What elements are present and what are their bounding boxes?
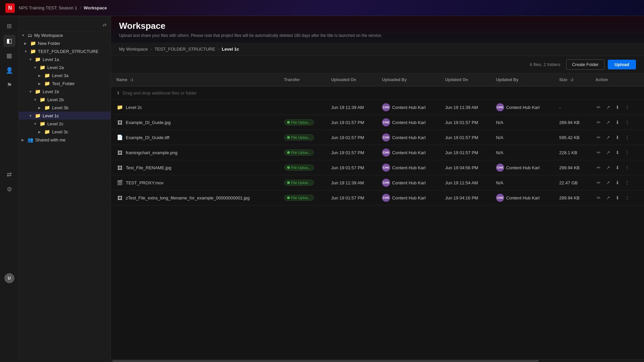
sidebar-item-level3b[interactable]: ▶ 📁 Level 3b xyxy=(19,104,111,112)
user-avatar: CHK xyxy=(496,194,504,202)
sidebar-item-test-folder-structure[interactable]: ▼ 📁 TEST_FOLDER_STRUCTURE xyxy=(19,47,111,55)
download-button[interactable]: ⬇ xyxy=(614,179,621,186)
bc-season[interactable]: NPS Training TEST: Season 1 xyxy=(19,5,77,10)
table-header-row: Name ↕1 Transfer Uploaded On Uploaded By… xyxy=(111,73,644,86)
download-button[interactable]: ⬇ xyxy=(614,164,621,171)
sidebar-item-shared[interactable]: ▶ 👥 Shared with me xyxy=(19,136,111,144)
cell-transfer-ztest: File Uploa... xyxy=(279,190,326,205)
sidebar-item-level2c[interactable]: ▼ 📁 Level 2c xyxy=(19,120,111,128)
level2b-label: Level 2b xyxy=(47,97,64,102)
cell-name-example-di-tiff[interactable]: 📄 Example_DI_Guide.tiff xyxy=(111,130,279,145)
media-icon[interactable]: ▦ xyxy=(3,50,15,62)
cell-updated-by-ztest: CHK Content Hub Karl xyxy=(491,190,554,205)
transfer-badge: File Uploa... xyxy=(284,195,314,201)
folder-icon-level3b: 📁 xyxy=(44,105,50,110)
cell-name-framingchart[interactable]: 🖼 framingchart_example.png xyxy=(111,145,279,160)
download-button[interactable]: ⬇ xyxy=(614,194,621,201)
cell-name-example-di-jpg[interactable]: 🖼 Example_DI_Guide.jpg xyxy=(111,115,279,130)
sidebar-item-level2b[interactable]: ▼ 📁 Level 2b xyxy=(19,96,111,104)
cell-action-ztest: ✏ ↗ ⬇ ⋮ xyxy=(590,190,644,205)
workspace-icon[interactable]: ◧ xyxy=(3,35,15,47)
bc-workspace[interactable]: Workspace xyxy=(84,5,107,10)
cell-name-test-rename[interactable]: 🖼 Test_File_RENAME.jpg xyxy=(111,160,279,175)
cell-name-test-proxy[interactable]: 🎬 TEST_PROXY.mov xyxy=(111,175,279,190)
sidebar-item-level1a[interactable]: ▼ 📁 Level 1a xyxy=(19,55,111,63)
share-button[interactable]: ↗ xyxy=(605,194,611,201)
sidebar-item-level3a[interactable]: ▶ 📁 Level 3a xyxy=(19,71,111,79)
cell-action-level2c: ✏ ↗ ⬇ ⋮ xyxy=(590,100,644,115)
share-button[interactable]: ↗ xyxy=(605,104,611,111)
share-button[interactable]: ↗ xyxy=(605,179,611,186)
edit-button[interactable]: ✏ xyxy=(595,179,602,186)
sidebar-item-test-folder-inner[interactable]: ▶ 📁 Test_Folder xyxy=(19,79,111,87)
download-button[interactable]: ⬇ xyxy=(614,119,621,126)
table-row: 🎬 TEST_PROXY.mov File Uploa... Jun 19 11… xyxy=(111,175,644,190)
user-avatar: CHK xyxy=(382,164,390,172)
arrow-level3c: ▶ xyxy=(38,130,43,134)
sidebar-item-level1c[interactable]: ▼ 📁 Level 1c xyxy=(19,112,111,120)
folder-icon-level1c: 📁 xyxy=(35,113,41,118)
upload-button[interactable]: Upload xyxy=(608,60,636,69)
more-button[interactable]: ⋮ xyxy=(624,164,631,171)
cell-updated-by-example-di-jpg: N/A xyxy=(491,115,554,130)
bc-level1c: Level 1c xyxy=(222,47,239,52)
more-button[interactable]: ⋮ xyxy=(624,149,631,156)
more-button[interactable]: ⋮ xyxy=(624,194,631,201)
sidebar-item-new-folder[interactable]: ▶ 📁 New Folder xyxy=(19,39,111,47)
sidebar-item-level2a[interactable]: ▼ 📁 Level 2a xyxy=(19,63,111,71)
uploaded-by-label: Content Hub Karl xyxy=(392,105,426,110)
cell-transfer-test-rename: File Uploa... xyxy=(279,160,326,175)
cell-updated-by-test-proxy: N/A xyxy=(491,175,554,190)
sidebar-item-level3c[interactable]: ▶ 📁 Level 3c xyxy=(19,128,111,136)
share-button[interactable]: ↗ xyxy=(605,134,611,141)
video-icon: 🎬 xyxy=(116,179,123,186)
people-icon[interactable]: 👤 xyxy=(3,64,15,76)
download-button[interactable]: ⬇ xyxy=(614,149,621,156)
download-button[interactable]: ⬇ xyxy=(614,104,621,111)
create-folder-button[interactable]: Create Folder xyxy=(566,59,604,70)
edit-button[interactable]: ✏ xyxy=(595,134,602,141)
transfer-badge: File Uploa... xyxy=(284,149,314,156)
more-button[interactable]: ⋮ xyxy=(624,134,631,141)
edit-button[interactable]: ✏ xyxy=(595,104,602,111)
edit-button[interactable]: ✏ xyxy=(595,119,602,126)
edit-button[interactable]: ✏ xyxy=(595,149,602,156)
cell-size-example-di-tiff: 595.42 KB xyxy=(554,130,590,145)
user-avatar-bottom[interactable]: U xyxy=(4,273,14,283)
level1c-label: Level 1c xyxy=(43,113,59,118)
test-folder-inner-label: Test_Folder xyxy=(52,81,75,86)
level3b-label: Level 3b xyxy=(52,105,68,110)
sidebar-item-level1b[interactable]: ▼ 📁 Level 1b xyxy=(19,87,111,96)
share-button[interactable]: ↗ xyxy=(605,119,611,126)
more-button[interactable]: ⋮ xyxy=(624,119,631,126)
share-button[interactable]: ↗ xyxy=(605,149,611,156)
bc-test-folder-structure[interactable]: TEST_FOLDER_STRUCTURE xyxy=(155,47,215,52)
share-button[interactable]: ↗ xyxy=(605,164,611,171)
home-icon[interactable]: ⊞ xyxy=(3,20,15,32)
edit-button[interactable]: ✏ xyxy=(595,164,602,171)
edit-button[interactable]: ✏ xyxy=(595,194,602,201)
sidebar-item-my-workspace[interactable]: ▼ 🗂 My Workspace xyxy=(19,31,111,39)
level2c-label: Level 2c xyxy=(47,121,63,126)
transfer-badge: File Uploa... xyxy=(284,180,314,186)
level2a-label: Level 2a xyxy=(47,65,64,70)
bc-my-workspace[interactable]: My Workspace xyxy=(119,47,148,52)
bottom-scrollbar[interactable] xyxy=(111,359,644,362)
transfer-dot xyxy=(287,136,290,139)
more-button[interactable]: ⋮ xyxy=(624,104,631,111)
file-sidebar: ⇄ ▼ 🗂 My Workspace ▶ 📁 New Folder ▼ 📁 TE… xyxy=(19,16,111,362)
image-icon: 🖼 xyxy=(116,149,123,156)
main-layout: ⊞ ◧ ▦ 👤 ⚑ ⇄ ⚙ U ⇄ ▼ 🗂 My Workspace ▶ 📁 N… xyxy=(0,16,644,362)
more-button[interactable]: ⋮ xyxy=(624,179,631,186)
download-button[interactable]: ⬇ xyxy=(614,134,621,141)
collapse-icon[interactable]: ⇄ xyxy=(3,169,15,181)
col-size-header[interactable]: Size ↕2 xyxy=(554,73,590,86)
netflix-logo: N xyxy=(5,3,15,13)
cell-name-level2c[interactable]: 📁 Level 2c xyxy=(111,100,279,115)
settings-icon[interactable]: ⚙ xyxy=(3,183,15,195)
flag-icon[interactable]: ⚑ xyxy=(3,79,15,91)
toggle-sidebar-button[interactable]: ⇄ xyxy=(101,21,108,29)
col-name-header[interactable]: Name ↕1 xyxy=(111,73,279,86)
cell-name-ztest[interactable]: 🖼 zTest_File_extra_long_filename_for_exa… xyxy=(111,190,279,205)
arrow-level1a: ▼ xyxy=(29,58,34,61)
